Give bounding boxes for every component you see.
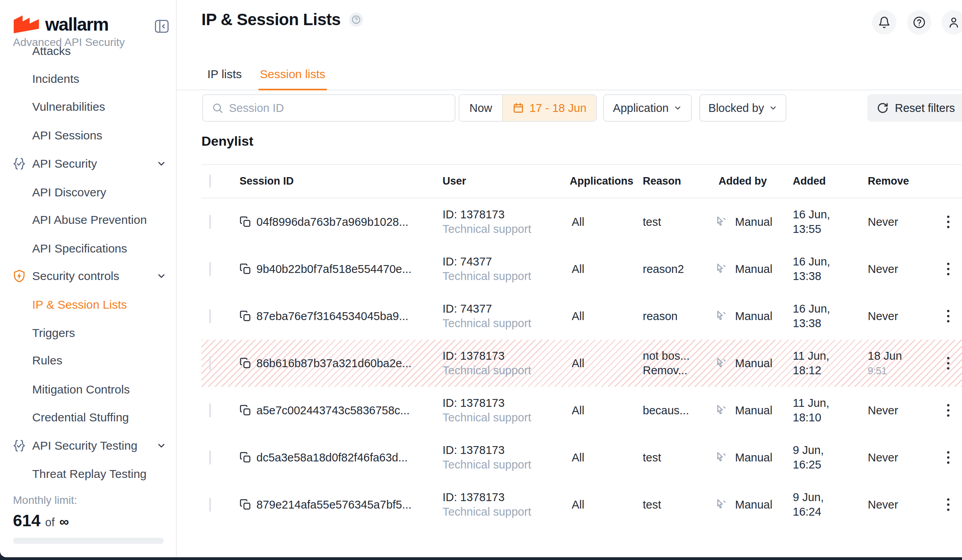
user-name[interactable]: Technical support <box>443 505 531 518</box>
blocked-by-filter[interactable]: Blocked by <box>699 94 786 122</box>
row-menu-kebab-icon[interactable] <box>940 493 957 516</box>
sidebar-item-rules[interactable]: Rules <box>0 349 176 372</box>
sidebar-item-ip-session-lists[interactable]: IP & Session Lists <box>0 293 176 317</box>
chevron-down-icon <box>156 271 166 281</box>
sidebar-item-api-discovery[interactable]: API Discovery <box>0 181 176 204</box>
app-window: wallarm Advanced API Security Attacks In… <box>0 0 962 560</box>
row-menu-kebab-icon[interactable] <box>940 399 957 422</box>
copy-icon[interactable] <box>240 499 251 511</box>
row-menu-kebab-icon[interactable] <box>940 351 957 375</box>
title-help-icon[interactable] <box>349 13 363 27</box>
table-header-row: Session ID User Applications Reason Adde… <box>201 164 962 198</box>
chevron-down-icon <box>156 159 166 169</box>
search-input[interactable] <box>229 102 455 115</box>
brand: wallarm <box>13 14 108 35</box>
reason-cell: not bos... <box>643 350 689 362</box>
manual-cursor-icon <box>716 263 728 275</box>
session-id[interactable]: dc5a3e58a18d0f82f46fa63d... <box>256 451 408 464</box>
reset-filters-button[interactable]: Reset filters <box>867 94 962 122</box>
added-time: 16:24 <box>793 505 821 518</box>
user-id: ID: 1378173 <box>443 208 505 221</box>
copy-icon[interactable] <box>240 310 251 322</box>
table-row: a5e7c002443743c5836758c... ID: 1378173Te… <box>201 387 962 434</box>
session-id[interactable]: 879e214afa55e576345a7bf5... <box>256 498 412 511</box>
table-row: 04f8996da763b7a969b1028... ID: 1378173Te… <box>201 198 962 245</box>
row-checkbox[interactable] <box>209 356 211 370</box>
session-id[interactable]: a5e7c002443743c5836758c... <box>256 404 410 417</box>
refresh-icon <box>877 102 889 114</box>
sidebar-item-vulnerabilities[interactable]: Vulnerabilities <box>0 95 176 119</box>
session-id-search[interactable] <box>202 94 455 122</box>
user-name[interactable]: Technical support <box>443 364 531 377</box>
row-checkbox[interactable] <box>209 403 211 417</box>
sidebar-item-api-security-testing[interactable]: API Security Testing <box>0 434 176 458</box>
col-applications: Applications <box>570 175 643 187</box>
sidebar: wallarm Advanced API Security Attacks In… <box>0 0 177 560</box>
select-all-checkbox[interactable] <box>209 174 211 188</box>
sidebar-item-api-specifications[interactable]: API Specifications <box>0 237 176 260</box>
user-name[interactable]: Technical support <box>443 411 531 424</box>
sidebar-item-attacks[interactable]: Attacks <box>0 44 176 63</box>
added-time: 18:10 <box>793 411 821 424</box>
manual-cursor-icon <box>716 452 728 463</box>
help-button[interactable] <box>907 10 931 35</box>
sidebar-item-credential-stuffing[interactable]: Credential Stuffing <box>0 406 176 429</box>
row-checkbox[interactable] <box>209 215 211 229</box>
manual-cursor-icon <box>716 357 728 369</box>
sidebar-item-incidents[interactable]: Incidents <box>0 67 176 91</box>
row-checkbox[interactable] <box>209 498 211 512</box>
user-name[interactable]: Technical support <box>443 458 531 471</box>
time-range-control: Now 17 - 18 Jun <box>459 94 597 122</box>
session-id[interactable]: 86b616b87b37a321d60ba2e... <box>256 357 412 370</box>
user-name[interactable]: Technical support <box>443 223 531 235</box>
copy-icon[interactable] <box>240 452 251 463</box>
sidebar-item-api-security[interactable]: API Security <box>0 152 176 176</box>
application-filter[interactable]: Application <box>603 94 692 122</box>
user-name[interactable]: Technical support <box>443 270 531 282</box>
sidebar-nav: Attacks Incidents Vulnerabilities API Se… <box>0 44 176 487</box>
user-id: ID: 74377 <box>443 302 492 315</box>
remove-cell: 18 Jun <box>868 350 902 362</box>
monthly-limit-panel: Monthly limit: 614 of ∞ <box>0 487 176 557</box>
chevron-down-icon <box>156 441 166 451</box>
tab-ip-lists[interactable]: IP lists <box>207 59 242 90</box>
row-checkbox[interactable] <box>209 309 211 323</box>
sidebar-item-security-controls[interactable]: Security controls <box>0 264 176 288</box>
session-id[interactable]: 87eba76e7f3164534045ba9... <box>256 310 408 323</box>
sidebar-item-triggers[interactable]: Triggers <box>0 321 176 345</box>
col-user: User <box>443 175 570 187</box>
applications-cell: All <box>570 404 643 417</box>
notifications-button[interactable] <box>872 10 896 35</box>
sidebar-item-mitigation-controls[interactable]: Mitigation Controls <box>0 378 176 401</box>
added-date: 16 Jun, <box>793 255 830 268</box>
col-remove: Remove <box>868 175 940 187</box>
row-menu-kebab-icon[interactable] <box>940 446 957 469</box>
copy-icon[interactable] <box>240 263 251 275</box>
session-id[interactable]: 9b40b22b0f7af518e554470e... <box>256 263 412 276</box>
copy-icon[interactable] <box>240 357 251 369</box>
account-button[interactable] <box>942 10 962 35</box>
copy-icon[interactable] <box>240 216 251 228</box>
row-checkbox[interactable] <box>209 262 211 276</box>
manual-cursor-icon <box>716 404 728 416</box>
sidebar-item-threat-replay-testing[interactable]: Threat Replay Testing <box>0 462 176 486</box>
sidebar-item-api-abuse-prevention[interactable]: API Abuse Prevention <box>0 208 176 232</box>
now-button[interactable]: Now <box>459 95 502 121</box>
sidebar-collapse-icon[interactable] <box>155 20 169 33</box>
chevron-down-icon <box>673 104 682 112</box>
user-name[interactable]: Technical support <box>443 317 531 329</box>
reason-cell: reason2 <box>643 263 684 275</box>
tab-session-lists[interactable]: Session lists <box>260 59 326 90</box>
row-checkbox[interactable] <box>209 450 211 465</box>
session-id[interactable]: 04f8996da763b7a969b1028... <box>256 216 408 229</box>
reason-cell: becaus... <box>643 404 689 417</box>
shield-bolt-icon <box>13 269 26 283</box>
row-menu-kebab-icon[interactable] <box>940 210 957 234</box>
copy-icon[interactable] <box>240 404 251 416</box>
added-date: 9 Jun, <box>793 444 824 456</box>
added-by-cell: Manual <box>735 263 772 276</box>
row-menu-kebab-icon[interactable] <box>940 257 957 281</box>
row-menu-kebab-icon[interactable] <box>940 304 957 328</box>
sidebar-item-api-sessions[interactable]: API Sessions <box>0 124 176 147</box>
date-range-button[interactable]: 17 - 18 Jun <box>502 95 596 121</box>
